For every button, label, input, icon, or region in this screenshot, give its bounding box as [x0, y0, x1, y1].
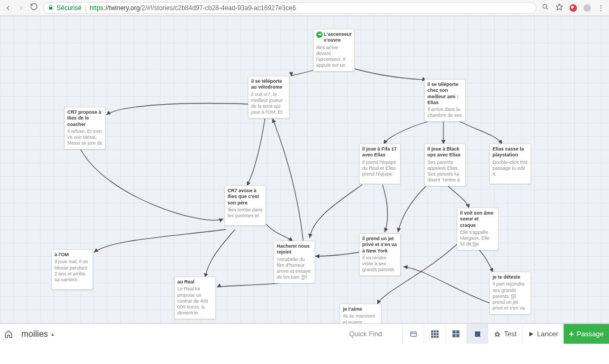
passage-casse[interactable]: Elias casse la playstation Double-click … — [489, 144, 531, 184]
browser-toolbar: Sécurisé | https://twinery.org/2/#!/stor… — [0, 0, 609, 16]
passage-real[interactable]: au Real Le Real lui propose un contrat d… — [174, 276, 216, 319]
zoom-medium-button[interactable] — [445, 324, 466, 344]
passage-deteste[interactable]: je te déteste Il part rejoindre ses gran… — [489, 272, 531, 314]
passage-start[interactable]: ➜L'ascenseur s'ouvre Ilies arrive devant… — [313, 29, 355, 72]
passage-fifa[interactable]: il joue à Fifa 17 avec Elias Il prend l'… — [359, 144, 401, 184]
passage-avoue[interactable]: CR7 avoue à Ilies que c'est son père Ili… — [224, 185, 266, 226]
story-canvas[interactable]: ➜L'ascenseur s'ouvre Ilies arrive devant… — [0, 16, 609, 344]
svg-rect-3 — [411, 331, 417, 336]
star-icon[interactable] — [556, 3, 563, 13]
passage-om[interactable]: à l'OM Il joue mal. Il se blesse pendant… — [51, 249, 93, 290]
passage-jet[interactable]: il prend un jet privé et s'en va à New Y… — [359, 233, 401, 276]
passage-coacher[interactable]: CR7 propose à Ilies de le coacher Il ref… — [64, 107, 106, 149]
nav-back-button[interactable] — [4, 4, 12, 12]
test-button[interactable]: Test — [488, 324, 522, 344]
passage-ami[interactable]: il se téléporte chez son meilleur ami : … — [424, 79, 466, 122]
svg-marker-2 — [556, 4, 563, 10]
svg-line-12 — [498, 335, 499, 336]
play-button[interactable]: Lancer — [522, 324, 564, 344]
bottom-toolbar: moilies ▴ Test Lancer + Passage — [0, 323, 609, 344]
snap-to-grid-button[interactable] — [402, 324, 424, 344]
add-passage-label: Passage — [576, 330, 604, 338]
svg-line-7 — [495, 333, 496, 334]
play-label: Lancer — [537, 330, 558, 338]
reload-button[interactable] — [30, 3, 38, 13]
passage-hachemi[interactable]: Hachemi nous rejoint Annabelle du film d… — [274, 241, 315, 283]
start-marker-icon: ➜ — [316, 31, 323, 38]
svg-marker-13 — [529, 332, 533, 336]
passage-velodrome[interactable]: il se téléporte au vélodrome Il voit cr7… — [248, 76, 290, 118]
address-bar[interactable]: Sécurisé | https://twinery.org/2/#!/stor… — [43, 2, 536, 14]
plus-icon: + — [569, 329, 574, 339]
home-button[interactable] — [0, 324, 17, 344]
lock-icon — [48, 5, 53, 11]
zoom-large-button[interactable] — [466, 324, 488, 344]
quick-find[interactable] — [343, 324, 402, 344]
chevron-up-icon: ▴ — [51, 331, 54, 337]
passage-blackops[interactable]: il joue à Black ops avec Elias Ses paren… — [424, 144, 466, 186]
zoom-icon[interactable] — [542, 3, 549, 13]
passage-ame[interactable]: il voit son âme soeur et craque Elle s'a… — [457, 208, 498, 250]
quick-find-input[interactable] — [349, 330, 397, 338]
extension-icon-2[interactable] — [583, 4, 591, 12]
add-passage-button[interactable]: + Passage — [564, 324, 609, 344]
menu-dots-icon[interactable]: ⋮ — [597, 4, 605, 12]
svg-point-0 — [543, 4, 546, 8]
svg-line-8 — [499, 333, 500, 334]
story-name-menu[interactable]: moilies ▴ — [17, 324, 58, 344]
nav-forward-button[interactable] — [17, 4, 25, 12]
extension-icon-1[interactable] — [569, 4, 577, 12]
svg-line-11 — [496, 335, 497, 336]
test-label: Test — [504, 330, 517, 338]
zoom-small-button[interactable] — [424, 324, 445, 344]
secure-label: Sécurisé — [57, 4, 82, 12]
url-text: https://twinery.org/2/#!/stories/c2b84d9… — [90, 4, 296, 12]
svg-line-1 — [546, 7, 548, 9]
story-name-label: moilies — [21, 329, 48, 339]
